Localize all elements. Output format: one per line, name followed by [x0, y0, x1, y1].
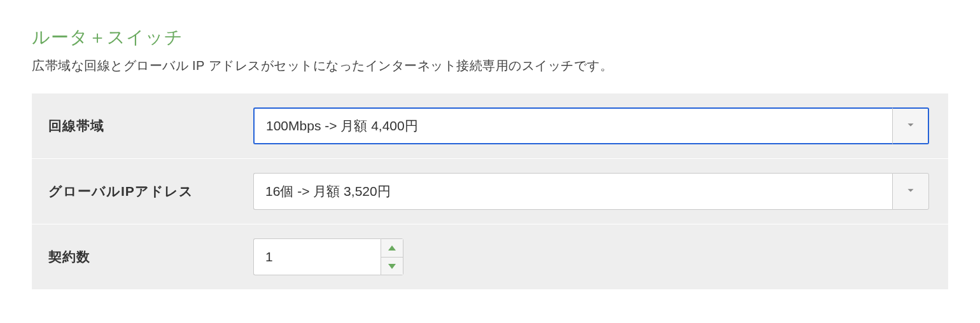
- section-title: ルータ＋スイッチ: [32, 25, 948, 50]
- global-ip-row: グローバルIPアドレス 16個 -> 月額 3,520円: [32, 159, 948, 224]
- bandwidth-select[interactable]: 100Mbps -> 月額 4,400円: [253, 107, 929, 144]
- quantity-stepper: [253, 238, 403, 275]
- quantity-decrement[interactable]: [381, 258, 403, 275]
- config-form: 回線帯域 100Mbps -> 月額 4,400円 グローバルIPアドレス 16…: [32, 93, 948, 290]
- caret-up-icon: [388, 243, 396, 252]
- chevron-down-icon: [904, 183, 918, 200]
- global-ip-select[interactable]: 16個 -> 月額 3,520円: [253, 173, 929, 210]
- quantity-label: 契約数: [32, 224, 253, 290]
- global-ip-select-value: 16個 -> 月額 3,520円: [253, 173, 892, 210]
- caret-down-icon: [388, 261, 396, 271]
- bandwidth-select-arrow[interactable]: [892, 107, 929, 144]
- section-description: 広帯域な回線とグローバル IP アドレスがセットになったインターネット接続専用の…: [32, 57, 948, 74]
- bandwidth-row: 回線帯域 100Mbps -> 月額 4,400円: [32, 93, 948, 159]
- quantity-input[interactable]: [253, 238, 381, 275]
- global-ip-select-arrow[interactable]: [892, 173, 929, 210]
- chevron-down-icon: [904, 118, 918, 134]
- bandwidth-select-value: 100Mbps -> 月額 4,400円: [253, 107, 892, 144]
- global-ip-label: グローバルIPアドレス: [32, 159, 253, 224]
- quantity-increment[interactable]: [381, 239, 403, 258]
- bandwidth-label: 回線帯域: [32, 93, 253, 159]
- quantity-row: 契約数: [32, 224, 948, 290]
